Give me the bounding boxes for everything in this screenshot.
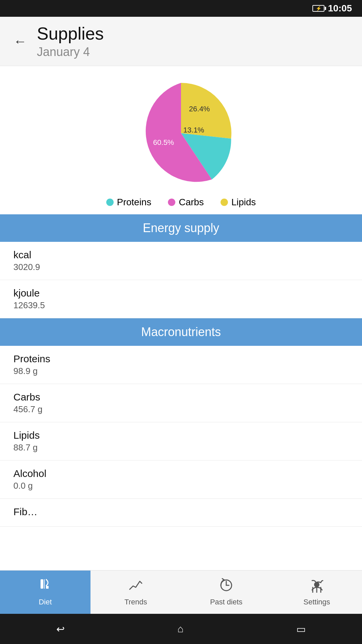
proteins-label: 13.1% (183, 126, 204, 134)
kjoule-row: kjoule 12639.5 (0, 280, 362, 318)
system-nav-bar: ↩ ⌂ ▭ (0, 614, 362, 644)
system-recents-button[interactable]: ▭ (296, 623, 306, 635)
macronutrients-header: Macronutrients (0, 318, 362, 346)
kcal-label: kcal (13, 249, 349, 261)
diet-label: Diet (39, 598, 52, 606)
proteins-row: Proteins 98.9 g (0, 346, 362, 384)
proteins-row-value: 98.9 g (13, 366, 349, 376)
kjoule-label: kjoule (13, 287, 349, 299)
proteins-row-label: Proteins (13, 353, 349, 365)
energy-supply-header: Energy supply (0, 214, 362, 242)
alcohol-row-label: Alcohol (13, 468, 349, 479)
lipids-row-label: Lipids (13, 430, 349, 441)
page-title: Supplies (37, 23, 104, 44)
settings-icon (309, 578, 324, 596)
legend-carbs: Carbs (168, 197, 204, 208)
lipids-row: Lipids 88.7 g (0, 422, 362, 461)
chart-area: 13.1% 60.5% 26.4% Proteins Carbs Lipids (0, 66, 362, 214)
carbs-legend-label: Carbs (179, 197, 204, 208)
trends-label: Trends (124, 598, 147, 606)
svg-rect-1 (44, 579, 45, 589)
nav-settings[interactable]: Settings (272, 571, 362, 614)
svg-point-5 (314, 582, 319, 587)
battery-bolt: ⚡ (316, 6, 321, 11)
legend-proteins: Proteins (106, 197, 152, 208)
alcohol-row: Alcohol 0.0 g (0, 461, 362, 499)
trends-icon (128, 578, 143, 596)
page-subtitle: January 4 (37, 45, 104, 59)
carbs-label: 60.5% (153, 138, 174, 147)
carbs-dot (168, 199, 175, 206)
fiber-row: Fib… (0, 499, 362, 527)
lipids-legend-label: Lipids (231, 197, 256, 208)
header: ← Supplies January 4 (0, 17, 362, 66)
back-button[interactable]: ← (13, 34, 27, 49)
kcal-value: 3020.9 (13, 262, 349, 272)
kcal-row: kcal 3020.9 (0, 242, 362, 280)
system-back-button[interactable]: ↩ (56, 623, 65, 635)
past-diets-icon (219, 578, 234, 596)
pie-svg: 13.1% 60.5% 26.4% (127, 79, 235, 187)
status-bar: ⚡ 10:05 (0, 0, 362, 17)
pie-chart: 13.1% 60.5% 26.4% (127, 79, 235, 187)
nav-diet[interactable]: Diet (0, 571, 90, 614)
kjoule-value: 12639.5 (13, 300, 349, 311)
status-time: 10:05 (328, 3, 352, 14)
diet-icon (38, 578, 53, 596)
svg-rect-2 (46, 586, 49, 589)
lipids-dot (221, 199, 228, 206)
carbs-row-label: Carbs (13, 391, 349, 403)
fiber-row-label: Fib… (13, 506, 349, 518)
nav-past-diets[interactable]: Past diets (181, 571, 272, 614)
proteins-dot (106, 199, 114, 206)
spacer (0, 527, 362, 570)
system-home-button[interactable]: ⌂ (177, 623, 183, 635)
legend-lipids: Lipids (221, 197, 256, 208)
settings-label: Settings (303, 598, 330, 606)
svg-rect-0 (41, 579, 43, 589)
past-diets-label: Past diets (210, 598, 243, 606)
nav-trends[interactable]: Trends (90, 571, 181, 614)
bottom-nav: Diet Trends Past diets (0, 570, 362, 614)
alcohol-row-value: 0.0 g (13, 481, 349, 491)
carbs-row: Carbs 456.7 g (0, 384, 362, 422)
battery-icon: ⚡ (312, 5, 324, 12)
lipids-label: 26.4% (189, 105, 210, 113)
proteins-legend-label: Proteins (117, 197, 152, 208)
header-text: Supplies January 4 (37, 23, 104, 59)
lipids-row-value: 88.7 g (13, 442, 349, 453)
chart-legend: Proteins Carbs Lipids (106, 197, 256, 208)
carbs-row-value: 456.7 g (13, 404, 349, 415)
